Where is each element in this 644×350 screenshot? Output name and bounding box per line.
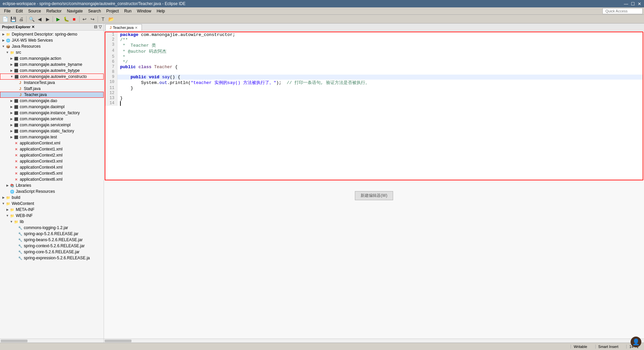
tree-item-staff[interactable]: J Staff.java	[0, 86, 104, 92]
menu-navigate[interactable]: Navigate	[64, 8, 85, 14]
tree-item-appcontext4[interactable]: ✕ applicationContext4.xml	[0, 164, 104, 170]
explorer-tree[interactable]: ▶ 📁 Deployment Descriptor: spring-demo ▶…	[0, 31, 104, 339]
line-number: 8	[105, 70, 117, 75]
tree-item-spring-core[interactable]: 🔧 spring-core-5.2.6.RELEASE.jar	[0, 249, 104, 255]
menu-search[interactable]: Search	[86, 8, 104, 14]
menu-source[interactable]: Source	[25, 8, 44, 14]
tree-item-java-resources[interactable]: ▼ 📦 Java Resources	[0, 43, 104, 49]
menu-project[interactable]: Project	[104, 8, 121, 14]
tree-label: com.manongajie.action	[20, 56, 61, 61]
explorer-horizontal-scrollbar[interactable]	[0, 339, 104, 343]
tree-label: com.manongajie.daoimpl	[20, 104, 64, 109]
tree-item-lib[interactable]: ▼ 📁 lib	[0, 219, 104, 225]
text-cursor	[120, 101, 121, 106]
tree-item-appcontext1[interactable]: ✕ applicationContext1.xml	[0, 146, 104, 152]
editor-code-area[interactable]: 1 package com.manongajie.autowire_constr…	[105, 32, 643, 180]
menu-file[interactable]: File	[1, 8, 13, 14]
toolbar-open-resource-button[interactable]: 📂	[107, 15, 115, 23]
toolbar-new-button[interactable]: 📄	[1, 15, 9, 23]
tree-item-teacher[interactable]: J Teacher.java	[0, 92, 104, 98]
tree-item-appcontext6[interactable]: ✕ applicationContext6.xml	[0, 176, 104, 182]
tree-item-deployment[interactable]: ▶ 📁 Deployment Descriptor: spring-demo	[0, 31, 104, 37]
tree-item-static-factory[interactable]: ▶ ⬛ com.manongajie.static_factory	[0, 128, 104, 134]
tree-arrow: ▶	[1, 33, 5, 36]
tree-item-action[interactable]: ▶ ⬛ com.manongajie.action	[0, 55, 104, 61]
line-content: /**	[117, 37, 643, 42]
tree-item-spring-context[interactable]: 🔧 spring-context-5.2.6.RELEASE.jar	[0, 243, 104, 249]
editor-panel: J Teacher.java ✕ 1 package com.manongaji…	[104, 24, 644, 343]
tree-item-test[interactable]: ▶ ⬛ com.manongajie.test	[0, 134, 104, 140]
tree-item-webcontent[interactable]: ▼ 📁 WebContent	[0, 201, 104, 207]
menu-help[interactable]: Help	[154, 8, 168, 14]
tree-item-jsresources[interactable]: 🌐 JavaScript Resources	[0, 188, 104, 194]
toolbar-print-button[interactable]: 🖨	[17, 15, 25, 23]
quick-access-input[interactable]	[602, 8, 643, 14]
editor-tab-teacher[interactable]: J Teacher.java ✕	[105, 24, 142, 31]
tree-item-autowire-bytype[interactable]: ▶ ⬛ com.manongajie.autowire_bytype	[0, 68, 104, 74]
folder-icon: 📦	[5, 44, 11, 49]
toolbar-separator-2	[53, 16, 53, 22]
tree-item-build[interactable]: ▶ 📁 build	[0, 194, 104, 201]
new-editor-button[interactable]: 新建编辑器(W)	[355, 191, 393, 200]
line-content: }	[117, 96, 643, 101]
toolbar-save-button[interactable]: 💾	[9, 15, 17, 23]
tree-item-service[interactable]: ▶ ⬛ com.manongajie.service	[0, 116, 104, 122]
tree-item-appcontext5[interactable]: ✕ applicationContext5.xml	[0, 170, 104, 176]
toolbar-undo-button[interactable]: ↩	[81, 15, 88, 23]
tree-item-commons-logging[interactable]: 🔧 commons-logging-1.2.jar	[0, 225, 104, 231]
tree-item-libraries[interactable]: ▶ 📚 Libraries	[0, 182, 104, 188]
xml-icon: ✕	[13, 146, 19, 152]
toolbar: 📄 💾 🖨 🔍 ◀ ▶ ▶ 🐛 ■ ↩ ↪ T 📂	[0, 15, 644, 24]
tree-item-appcontext2[interactable]: ✕ applicationContext2.xml	[0, 152, 104, 158]
tree-item-jaxws[interactable]: ▶ 🌐 JAX-WS Web Services	[0, 37, 104, 43]
menu-run[interactable]: Run	[121, 8, 134, 14]
menu-window[interactable]: Window	[134, 8, 154, 14]
toolbar-search-button[interactable]: 🔍	[28, 15, 35, 23]
minimize-button[interactable]: —	[624, 1, 628, 6]
toolbar-stop-button[interactable]: ■	[70, 15, 78, 23]
menu-edit[interactable]: Edit	[13, 8, 25, 14]
tree-item-instancetest[interactable]: J InstanceTest.java	[0, 80, 104, 86]
line-number: 7	[105, 64, 117, 70]
tree-item-daoimpl[interactable]: ▶ ⬛ com.manongajie.daoimpl	[0, 104, 104, 110]
tree-item-spring-beans[interactable]: 🔧 spring-beans-5.2.6.RELEASE.jar	[0, 237, 104, 243]
toolbar-back-button[interactable]: ◀	[36, 15, 43, 23]
tree-item-spring-expression[interactable]: 🔧 spring-expression-5.2.6.RELEASE.ja	[0, 255, 104, 261]
jar-icon: 🔧	[17, 243, 23, 249]
tree-label: com.manongajie.autowire_constructo	[20, 74, 87, 79]
tree-item-instance-factory[interactable]: ▶ ⬛ com.manongajie.instance_factory	[0, 110, 104, 116]
editor-horizontal-scrollbar[interactable]	[104, 339, 644, 343]
tree-item-dao[interactable]: ▶ ⬛ com.manongajie.dao	[0, 98, 104, 104]
tree-item-appcontext[interactable]: ✕ applicationContext.xml	[0, 140, 104, 146]
tree-item-serviceimpl[interactable]: ▶ ⬛ com.manongajie.serviceimpl	[0, 122, 104, 128]
toolbar-debug-button[interactable]: 🐛	[62, 15, 70, 23]
toolbar-forward-button[interactable]: ▶	[44, 15, 51, 23]
tree-item-webinf[interactable]: ▼ 📁 WEB-INF	[0, 213, 104, 219]
tree-item-spring-aop[interactable]: 🔧 spring-aop-5.2.6.RELEASE.jar	[0, 231, 104, 237]
toolbar-run-button[interactable]: ▶	[54, 15, 62, 23]
editor-content[interactable]: 1 package com.manongajie.autowire_constr…	[105, 32, 643, 180]
menu-refactor[interactable]: Refactor	[44, 8, 64, 14]
explorer-menu-icon[interactable]: ▽	[99, 25, 102, 29]
tree-label: applicationContext5.xml	[20, 171, 62, 176]
tree-item-autowire-byname[interactable]: ▶ ⬛ com.manongajie.autowire_byname	[0, 61, 104, 68]
tree-arrow: ▶	[9, 63, 13, 66]
tree-item-autowire-constructor[interactable]: ▼ ⬛ com.manongajie.autowire_constructo	[0, 74, 104, 80]
tree-label: applicationContext6.xml	[20, 177, 62, 182]
toolbar-separator-3	[79, 16, 79, 22]
tree-label: META-INF	[16, 207, 35, 212]
toolbar-open-type-button[interactable]: T	[99, 15, 107, 23]
jar-icon: 🔧	[17, 225, 23, 230]
close-button[interactable]: ✕	[638, 1, 641, 6]
toolbar-redo-button[interactable]: ↪	[89, 15, 96, 23]
tree-item-src[interactable]: ▼ 📁 src	[0, 49, 104, 55]
hscroll-thumb[interactable]	[105, 340, 131, 342]
tree-item-metainf[interactable]: ▶ 📁 META-INF	[0, 207, 104, 213]
tree-item-appcontext3[interactable]: ✕ applicationContext3.xml	[0, 158, 104, 164]
editor-tab-close[interactable]: ✕	[135, 26, 138, 30]
tree-label: applicationContext2.xml	[20, 153, 62, 158]
line-number: 12	[105, 91, 117, 96]
tree-label: applicationContext3.xml	[20, 159, 62, 164]
maximize-button[interactable]: ☐	[631, 1, 635, 6]
explorer-collapse-icon[interactable]: ⊟	[94, 25, 97, 29]
